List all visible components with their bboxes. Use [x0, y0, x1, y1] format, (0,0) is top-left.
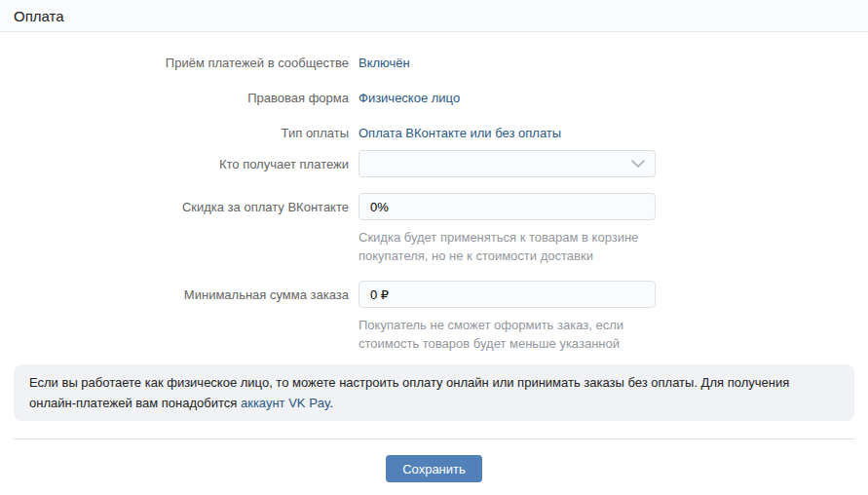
setting-row-payment-recipient: Кто получает платежи: [0, 150, 868, 177]
discount-label: Скидка за оплату ВКонтакте: [0, 193, 349, 214]
setting-row-discount: Скидка за оплату ВКонтакте Скидка будет …: [0, 193, 868, 265]
min-order-input[interactable]: [359, 281, 656, 308]
chevron-down-icon: [631, 160, 645, 168]
page-header: Оплата: [0, 0, 868, 32]
legal-form-link[interactable]: Физическое лицо: [359, 91, 460, 105]
setting-row-payment-type: Тип оплаты Оплата ВКонтакте или без опла…: [0, 115, 868, 150]
discount-value: Скидка будет применяться к товарам в кор…: [359, 193, 660, 265]
legal-form-value: Физическое лицо: [359, 91, 460, 105]
payment-type-link[interactable]: Оплата ВКонтакте или без оплаты: [359, 126, 561, 140]
payment-type-value: Оплата ВКонтакте или без оплаты: [359, 126, 561, 140]
physical-person-notice: Если вы работаете как физическое лицо, т…: [14, 364, 854, 421]
min-order-label: Минимальная сумма заказа: [0, 281, 349, 302]
legal-form-label: Правовая форма: [0, 91, 349, 105]
payments-acceptance-label: Приём платежей в сообществе: [0, 56, 349, 70]
page-title: Оплата: [14, 8, 64, 24]
save-button[interactable]: Сохранить: [386, 455, 482, 482]
notice-text-after: .: [330, 396, 334, 410]
payment-recipient-select[interactable]: [359, 150, 656, 177]
footer-actions: Сохранить: [0, 439, 868, 482]
setting-row-min-order: Минимальная сумма заказа Покупатель не с…: [0, 281, 868, 353]
payment-type-label: Тип оплаты: [0, 126, 349, 140]
setting-row-payments-acceptance: Приём платежей в сообществе Включён: [0, 45, 868, 80]
notice-text-before: Если вы работаете как физическое лицо, т…: [29, 375, 789, 410]
min-order-hint: Покупатель не сможет оформить заказ, есл…: [359, 316, 660, 353]
setting-row-legal-form: Правовая форма Физическое лицо: [0, 80, 868, 115]
vk-pay-account-link[interactable]: аккаунт VK Pay: [241, 396, 330, 410]
discount-input[interactable]: [359, 193, 656, 220]
payment-settings-form: Приём платежей в сообществе Включён Прав…: [0, 32, 868, 353]
payment-recipient-value: [359, 150, 656, 177]
payment-recipient-label: Кто получает платежи: [0, 150, 349, 171]
payment-settings-page: Оплата Приём платежей в сообществе Включ…: [0, 0, 868, 495]
discount-hint: Скидка будет применяться к товарам в кор…: [359, 228, 660, 265]
min-order-value: Покупатель не сможет оформить заказ, есл…: [359, 281, 660, 353]
payments-acceptance-link[interactable]: Включён: [359, 56, 410, 70]
payments-acceptance-value: Включён: [359, 56, 410, 70]
